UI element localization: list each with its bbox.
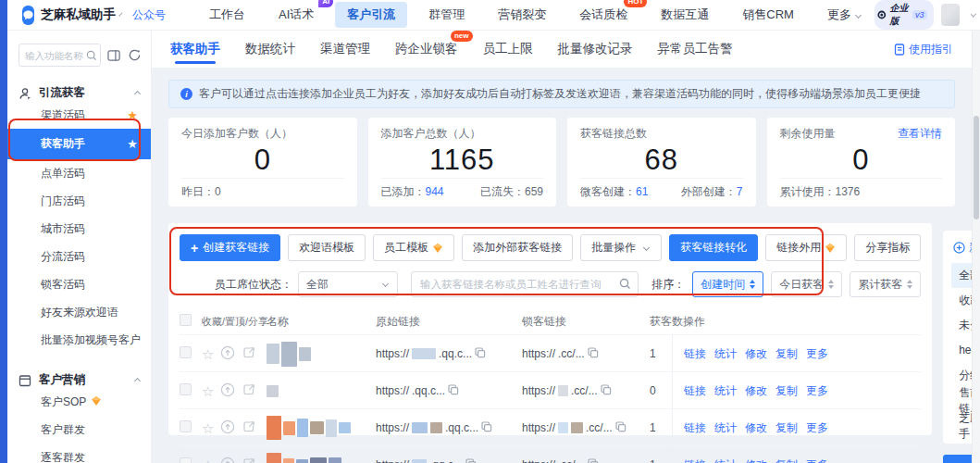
action-链接[interactable]: 链接 [684, 420, 706, 436]
row-checkbox[interactable] [180, 383, 192, 395]
page-scrollbar[interactable] [972, 31, 980, 463]
history-icon[interactable] [128, 48, 142, 62]
nav-item-销售CRM[interactable]: 销售CRM [730, 2, 806, 28]
action-统计[interactable]: 统计 [714, 420, 737, 436]
sort-button-累计获客[interactable]: 累计获客 [850, 271, 921, 297]
tab-渠道管理[interactable]: 渠道管理 [320, 31, 370, 67]
action-更多[interactable]: 更多 [806, 420, 828, 436]
nav-item-群管理[interactable]: 群管理 [416, 2, 477, 28]
app-switch-chevron-icon[interactable] [118, 12, 122, 16]
action-修改[interactable]: 修改 [745, 383, 767, 399]
action-统计[interactable]: 统计 [714, 383, 737, 399]
seat-status-select[interactable]: 全部 [298, 271, 398, 297]
link-prefix: https:// [376, 384, 409, 397]
sidebar-item-客户SOP[interactable]: 客户SOP [7, 388, 151, 416]
share-external-icon[interactable] [242, 382, 255, 399]
user-menu-chevron-icon[interactable] [971, 11, 976, 17]
row-checkbox[interactable] [180, 420, 192, 432]
copy-icon[interactable] [615, 421, 626, 435]
action-更多[interactable]: 更多 [806, 346, 828, 362]
tab-数据统计[interactable]: 数据统计 [245, 31, 295, 67]
copy-icon[interactable] [588, 458, 599, 463]
action-复制[interactable]: 复制 [775, 457, 798, 463]
pin-top-icon[interactable] [220, 457, 235, 463]
tab-跨企业锁客[interactable]: 跨企业锁客new [395, 31, 458, 67]
pin-top-icon[interactable] [220, 345, 235, 363]
toolbar-button-欢迎语模板[interactable]: 欢迎语模板 [288, 234, 366, 261]
sort-button-创建时间[interactable]: 创建时间 [692, 271, 763, 297]
copy-icon[interactable] [448, 384, 459, 398]
sidebar-item-城市活码[interactable]: 城市活码 [7, 215, 151, 243]
action-更多[interactable]: 更多 [806, 383, 828, 399]
sidebar-item-逐客群发[interactable]: 逐客群发 [7, 444, 151, 463]
toolbar-button-获客链接转化[interactable]: 获客链接转化 [669, 234, 758, 261]
nav-item-更多[interactable]: 更多 [815, 2, 875, 28]
action-复制[interactable]: 复制 [775, 383, 798, 399]
sidebar-item-点单活码[interactable]: 点单活码 [7, 159, 151, 187]
nav-item-AI话术[interactable]: AI话术AI [267, 2, 326, 28]
action-链接[interactable]: 链接 [684, 383, 706, 399]
action-复制[interactable]: 复制 [775, 420, 798, 436]
scrollbar-thumb[interactable] [974, 116, 979, 219]
row-checkbox[interactable] [180, 457, 192, 463]
toolbar-button-员工模板[interactable]: 员工模板 [373, 234, 454, 261]
row-checkbox[interactable] [180, 346, 192, 358]
favorite-star-icon[interactable]: ☆ [202, 347, 214, 361]
action-更多[interactable]: 更多 [806, 457, 828, 463]
toolbar-button-批量操作[interactable]: 批量操作 [580, 234, 662, 261]
toolbar-button-分享指标[interactable]: 分享指标 [854, 234, 921, 261]
sidebar-item-锁客活码[interactable]: 锁客活码 [7, 270, 151, 298]
pin-top-icon[interactable] [220, 382, 235, 400]
sort-button-今日获客[interactable]: 今日获客 [771, 271, 842, 297]
select-all-checkbox[interactable] [180, 314, 192, 326]
copy-icon[interactable] [475, 347, 486, 361]
tab-获客助手[interactable]: 获客助手 [170, 31, 220, 67]
sidebar-section-header-客户营销[interactable]: 客户营销 [7, 372, 151, 388]
favorite-star-icon[interactable]: ☆ [202, 458, 214, 463]
sidebar-item-门店活码[interactable]: 门店活码 [7, 187, 151, 215]
panel-toggle-icon[interactable] [107, 49, 121, 62]
action-修改[interactable]: 修改 [745, 457, 767, 463]
copy-icon[interactable] [601, 384, 612, 398]
sidebar-item-客户群发[interactable]: 客户群发 [7, 416, 151, 444]
sidebar-item-批量添加视频号客户[interactable]: 批量添加视频号客户 [7, 326, 151, 354]
nav-item-工作台[interactable]: 工作台 [197, 2, 257, 28]
tab-批量修改记录[interactable]: 批量修改记录 [558, 31, 633, 67]
action-修改[interactable]: 修改 [745, 346, 767, 362]
copy-icon[interactable] [465, 458, 477, 463]
nav-item-数据互通[interactable]: 数据互通 [649, 2, 721, 28]
toolbar-button-链接外用[interactable]: 链接外用 [765, 234, 847, 261]
sidebar-section-header-引流获客[interactable]: 引流获客 [7, 85, 151, 101]
pin-top-icon[interactable] [220, 419, 235, 437]
sidebar-item-好友来源欢迎语[interactable]: 好友来源欢迎语 [7, 298, 151, 326]
sidebar-item-分流活码[interactable]: 分流活码 [7, 243, 151, 270]
account-type-link[interactable]: 公众号 [132, 7, 166, 23]
sidebar-item-渠道活码[interactable]: 渠道活码★ [7, 101, 151, 129]
share-external-icon[interactable] [242, 345, 255, 362]
favorite-star-icon[interactable]: ☆ [202, 384, 214, 398]
tab-员工上限[interactable]: 员工上限 [483, 31, 533, 67]
tab-异常员工告警[interactable]: 异常员工告警 [658, 31, 733, 67]
nav-item-会话质检[interactable]: 会话质检HOT [567, 2, 639, 28]
view-details-link[interactable]: 查看详情 [898, 126, 942, 142]
sidebar-item-获客助手[interactable]: 获客助手★ [7, 129, 151, 159]
share-external-icon[interactable] [242, 419, 255, 436]
action-统计[interactable]: 统计 [714, 457, 737, 463]
action-修改[interactable]: 修改 [745, 420, 767, 436]
stat-footer-item: 累计使用：1376 [780, 184, 943, 200]
action-链接[interactable]: 链接 [684, 346, 706, 362]
user-avatar[interactable] [941, 4, 961, 26]
copy-icon[interactable] [588, 347, 599, 361]
nav-item-客户引流[interactable]: 客户引流 [335, 2, 407, 28]
share-external-icon[interactable] [242, 457, 255, 463]
toolbar-button-创建获客链接[interactable]: +创建获客链接 [180, 234, 280, 261]
action-链接[interactable]: 链接 [684, 457, 706, 463]
action-统计[interactable]: 统计 [714, 346, 737, 362]
toolbar-button-添加外部获客链接[interactable]: 添加外部获客链接 [462, 234, 573, 261]
action-复制[interactable]: 复制 [775, 346, 798, 362]
nav-item-营销裂变[interactable]: 营销裂变 [486, 2, 558, 28]
link-search-input[interactable] [411, 271, 639, 297]
usage-guide-link[interactable]: 使用指引 [894, 42, 953, 57]
favorite-star-icon[interactable]: ☆ [202, 421, 214, 435]
copy-icon[interactable] [481, 421, 492, 435]
